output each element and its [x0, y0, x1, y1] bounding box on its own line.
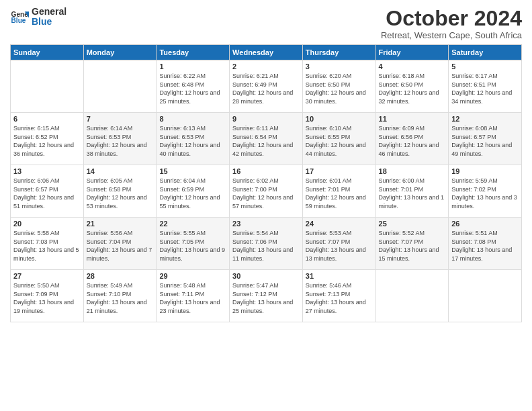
day-number: 21 [87, 220, 154, 228]
week-row-3: 20Sunrise: 5:58 AM Sunset: 7:03 PM Dayli… [11, 218, 522, 270]
calendar-cell: 8Sunrise: 6:13 AM Sunset: 6:53 PM Daylig… [157, 113, 230, 165]
calendar-cell: 21Sunrise: 5:56 AM Sunset: 7:04 PM Dayli… [83, 218, 157, 270]
day-info: Sunrise: 6:18 AM Sunset: 6:50 PM Dayligh… [379, 72, 446, 105]
day-info: Sunrise: 6:21 AM Sunset: 6:49 PM Dayligh… [232, 72, 300, 105]
day-info: Sunrise: 5:53 AM Sunset: 7:07 PM Dayligh… [306, 229, 373, 263]
logo-blue: Blue [32, 17, 66, 27]
day-number: 9 [232, 115, 300, 123]
day-number: 27 [13, 272, 81, 280]
day-number: 2 [232, 62, 300, 71]
calendar-cell [11, 60, 84, 113]
day-info: Sunrise: 5:54 AM Sunset: 7:06 PM Dayligh… [232, 229, 300, 263]
calendar-cell: 7Sunrise: 6:14 AM Sunset: 6:53 PM Daylig… [83, 113, 157, 165]
calendar-cell: 18Sunrise: 6:00 AM Sunset: 7:01 PM Dayli… [375, 165, 449, 218]
calendar-cell: 26Sunrise: 5:51 AM Sunset: 7:08 PM Dayli… [449, 218, 522, 270]
day-number: 25 [379, 220, 446, 228]
day-info: Sunrise: 6:04 AM Sunset: 6:59 PM Dayligh… [159, 177, 226, 210]
day-info: Sunrise: 6:11 AM Sunset: 6:54 PM Dayligh… [232, 124, 300, 158]
logo: General Blue General Blue [10, 7, 66, 28]
calendar-cell: 13Sunrise: 6:06 AM Sunset: 6:57 PM Dayli… [11, 165, 84, 218]
header-day-friday: Friday [375, 45, 449, 60]
day-number: 13 [13, 167, 81, 175]
day-number: 5 [451, 62, 519, 71]
header-day-monday: Monday [83, 45, 157, 60]
week-row-2: 13Sunrise: 6:06 AM Sunset: 6:57 PM Dayli… [11, 165, 522, 218]
calendar-page: General Blue General Blue October 2024 R… [0, 0, 532, 411]
day-number: 24 [306, 220, 373, 228]
calendar-cell: 17Sunrise: 6:01 AM Sunset: 7:01 PM Dayli… [302, 165, 375, 218]
day-info: Sunrise: 6:06 AM Sunset: 6:57 PM Dayligh… [13, 177, 81, 210]
calendar-cell: 25Sunrise: 5:52 AM Sunset: 7:07 PM Dayli… [375, 218, 449, 270]
day-number: 28 [87, 272, 154, 280]
week-row-4: 27Sunrise: 5:50 AM Sunset: 7:09 PM Dayli… [11, 270, 522, 322]
month-title: October 2024 [381, 7, 522, 30]
calendar-cell: 24Sunrise: 5:53 AM Sunset: 7:07 PM Dayli… [302, 218, 375, 270]
calendar-cell [375, 270, 449, 322]
day-number: 11 [379, 115, 446, 123]
calendar-cell: 31Sunrise: 5:46 AM Sunset: 7:13 PM Dayli… [302, 270, 375, 322]
day-info: Sunrise: 5:49 AM Sunset: 7:10 PM Dayligh… [87, 281, 154, 315]
day-number: 23 [232, 220, 300, 228]
calendar-cell: 30Sunrise: 5:47 AM Sunset: 7:12 PM Dayli… [230, 270, 303, 322]
day-info: Sunrise: 5:56 AM Sunset: 7:04 PM Dayligh… [87, 229, 154, 263]
day-info: Sunrise: 6:02 AM Sunset: 7:00 PM Dayligh… [232, 177, 300, 210]
calendar-cell: 28Sunrise: 5:49 AM Sunset: 7:10 PM Dayli… [83, 270, 157, 322]
calendar-cell: 9Sunrise: 6:11 AM Sunset: 6:54 PM Daylig… [230, 113, 303, 165]
day-info: Sunrise: 5:47 AM Sunset: 7:12 PM Dayligh… [232, 281, 300, 315]
day-number: 10 [306, 115, 373, 123]
calendar-cell: 22Sunrise: 5:55 AM Sunset: 7:05 PM Dayli… [157, 218, 230, 270]
day-info: Sunrise: 6:10 AM Sunset: 6:55 PM Dayligh… [306, 124, 373, 158]
day-number: 14 [87, 167, 154, 175]
day-number: 16 [232, 167, 300, 175]
day-number: 29 [159, 272, 226, 280]
day-info: Sunrise: 5:51 AM Sunset: 7:08 PM Dayligh… [451, 229, 519, 263]
calendar-cell [83, 60, 157, 113]
logo-general: General [32, 7, 66, 17]
title-block: October 2024 Retreat, Western Cape, Sout… [381, 7, 522, 40]
day-info: Sunrise: 6:22 AM Sunset: 6:48 PM Dayligh… [159, 72, 226, 105]
day-info: Sunrise: 5:58 AM Sunset: 7:03 PM Dayligh… [13, 229, 81, 263]
week-row-1: 6Sunrise: 6:15 AM Sunset: 6:52 PM Daylig… [11, 113, 522, 165]
day-info: Sunrise: 6:01 AM Sunset: 7:01 PM Dayligh… [306, 177, 373, 210]
day-info: Sunrise: 6:09 AM Sunset: 6:56 PM Dayligh… [379, 124, 446, 158]
calendar-table: SundayMondayTuesdayWednesdayThursdayFrid… [10, 44, 522, 322]
day-info: Sunrise: 6:20 AM Sunset: 6:50 PM Dayligh… [306, 72, 373, 105]
day-info: Sunrise: 6:00 AM Sunset: 7:01 PM Dayligh… [379, 177, 446, 210]
calendar-cell: 15Sunrise: 6:04 AM Sunset: 6:59 PM Dayli… [157, 165, 230, 218]
header-day-saturday: Saturday [449, 45, 522, 60]
day-info: Sunrise: 5:52 AM Sunset: 7:07 PM Dayligh… [379, 229, 446, 263]
day-number: 20 [13, 220, 81, 228]
day-number: 3 [306, 62, 373, 71]
calendar-cell [449, 270, 522, 322]
header: General Blue General Blue October 2024 R… [10, 7, 522, 40]
calendar-cell: 11Sunrise: 6:09 AM Sunset: 6:56 PM Dayli… [375, 113, 449, 165]
svg-text:Blue: Blue [11, 17, 26, 25]
logo-icon: General Blue [10, 7, 29, 26]
day-number: 8 [159, 115, 226, 123]
day-info: Sunrise: 5:50 AM Sunset: 7:09 PM Dayligh… [13, 281, 81, 315]
calendar-cell: 29Sunrise: 5:48 AM Sunset: 7:11 PM Dayli… [157, 270, 230, 322]
day-info: Sunrise: 6:15 AM Sunset: 6:52 PM Dayligh… [13, 124, 81, 158]
calendar-cell: 20Sunrise: 5:58 AM Sunset: 7:03 PM Dayli… [11, 218, 84, 270]
calendar-cell: 6Sunrise: 6:15 AM Sunset: 6:52 PM Daylig… [11, 113, 84, 165]
day-info: Sunrise: 5:55 AM Sunset: 7:05 PM Dayligh… [159, 229, 226, 263]
day-number: 15 [159, 167, 226, 175]
header-day-sunday: Sunday [11, 45, 84, 60]
calendar-cell: 19Sunrise: 5:59 AM Sunset: 7:02 PM Dayli… [449, 165, 522, 218]
day-number: 1 [159, 62, 226, 71]
day-number: 22 [159, 220, 226, 228]
calendar-cell: 5Sunrise: 6:17 AM Sunset: 6:51 PM Daylig… [449, 60, 522, 113]
day-info: Sunrise: 6:13 AM Sunset: 6:53 PM Dayligh… [159, 124, 226, 158]
day-number: 19 [451, 167, 519, 175]
header-day-wednesday: Wednesday [230, 45, 303, 60]
day-number: 7 [87, 115, 154, 123]
day-number: 17 [306, 167, 373, 175]
calendar-cell: 3Sunrise: 6:20 AM Sunset: 6:50 PM Daylig… [302, 60, 375, 113]
day-info: Sunrise: 5:46 AM Sunset: 7:13 PM Dayligh… [306, 281, 373, 315]
calendar-cell: 2Sunrise: 6:21 AM Sunset: 6:49 PM Daylig… [230, 60, 303, 113]
day-info: Sunrise: 5:59 AM Sunset: 7:02 PM Dayligh… [451, 177, 519, 210]
day-number: 31 [306, 272, 373, 280]
calendar-cell: 23Sunrise: 5:54 AM Sunset: 7:06 PM Dayli… [230, 218, 303, 270]
header-day-tuesday: Tuesday [157, 45, 230, 60]
subtitle: Retreat, Western Cape, South Africa [381, 30, 522, 40]
